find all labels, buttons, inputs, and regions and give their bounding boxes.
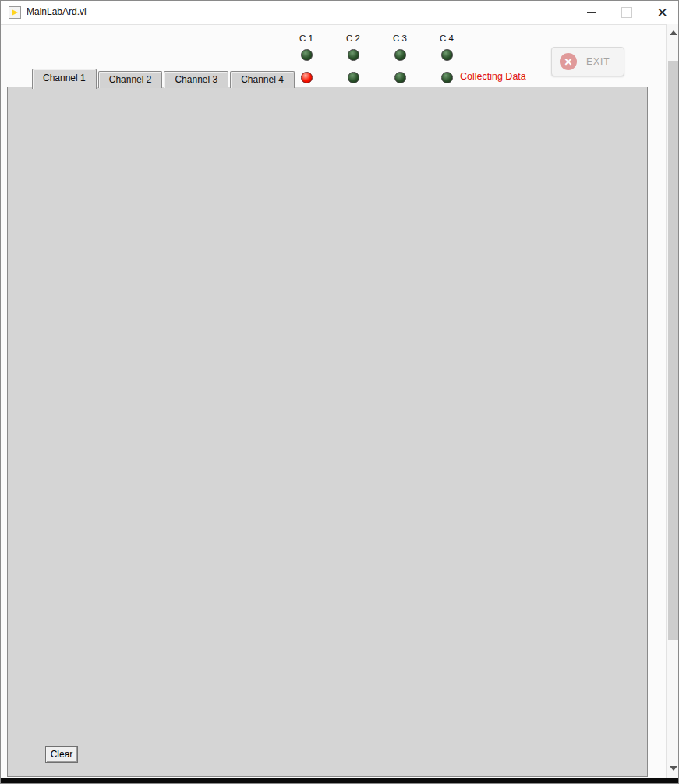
channel-label: C 2 <box>346 34 360 43</box>
labview-app-icon <box>9 6 21 19</box>
scroll-up-icon[interactable] <box>669 28 678 37</box>
exit-icon: ✕ <box>560 53 577 70</box>
scroll-down-icon[interactable] <box>669 764 678 773</box>
green-led-icon <box>301 49 313 61</box>
tab-channel-2[interactable]: Channel 2 <box>98 71 163 88</box>
exit-button[interactable]: ✕ EXIT <box>551 47 624 76</box>
title-bar: MainLabArd.vi ✕ <box>1 1 678 25</box>
channel-indicator: C 2 <box>330 34 377 83</box>
green-led-icon <box>441 49 453 61</box>
tab-channel-4[interactable]: Channel 4 <box>230 71 295 88</box>
channel-indicators: C 1C 2C 3C 4 <box>283 34 470 83</box>
labview-window: MainLabArd.vi ✕ C 1C 2C 3C 4 Collecting … <box>0 0 679 784</box>
window-title: MainLabArd.vi <box>27 6 87 17</box>
channel-indicator: C 3 <box>377 34 423 83</box>
scrollbar-thumb[interactable] <box>668 61 679 640</box>
minimize-button[interactable] <box>574 1 609 24</box>
green-led-icon <box>394 72 406 83</box>
vertical-scrollbar[interactable] <box>666 24 679 778</box>
collecting-data-label: Collecting Data <box>460 71 526 82</box>
channel-label: C 1 <box>299 34 313 43</box>
channel-label: C 4 <box>440 34 454 43</box>
close-button[interactable]: ✕ <box>645 1 679 24</box>
tab-channel-1[interactable]: Channel 1 <box>32 69 97 89</box>
green-led-icon <box>348 49 359 61</box>
clear-button[interactable]: Clear <box>45 746 78 763</box>
red-led-icon <box>301 72 313 83</box>
bottom-strip <box>1 778 679 784</box>
tab-channel-3[interactable]: Channel 3 <box>164 71 228 88</box>
green-led-icon <box>441 72 453 83</box>
channel-1-page <box>7 87 648 777</box>
green-led-icon <box>394 49 406 61</box>
exit-label: EXIT <box>586 56 610 67</box>
maximize-button[interactable] <box>609 1 644 24</box>
channel-label: C 3 <box>393 34 407 43</box>
tab-strip: Channel 1Channel 2Channel 3Channel 4 <box>32 69 296 88</box>
green-led-icon <box>348 72 359 83</box>
